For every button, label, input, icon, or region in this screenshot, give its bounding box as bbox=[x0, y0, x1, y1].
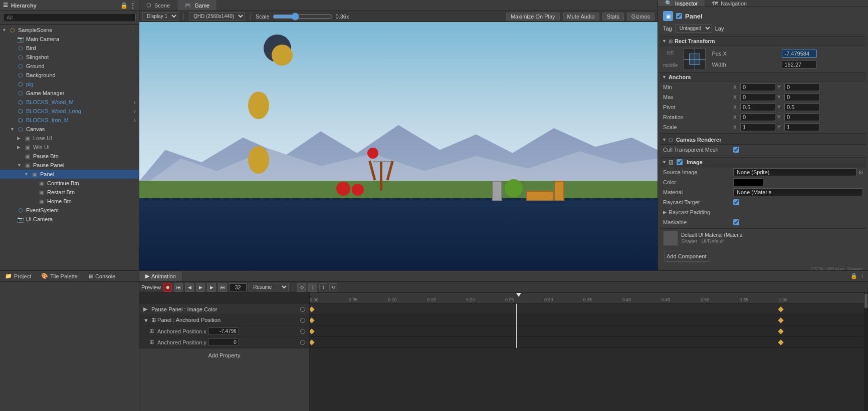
resolution-select[interactable]: QHD (2560x1440) bbox=[189, 12, 245, 21]
hierarchy-item-background[interactable]: ⬡ Background bbox=[0, 71, 139, 80]
scrollbar-thumb[interactable] bbox=[864, 293, 867, 308]
hierarchy-item-lose-ui[interactable]: ▶ ▣ Lose UI bbox=[0, 134, 139, 143]
animation-tab[interactable]: ▶ Animation bbox=[139, 271, 182, 281]
add-keyframe-button[interactable]: ◇ bbox=[297, 283, 306, 292]
hierarchy-item-pause-btn[interactable]: ▣ Pause Btn bbox=[0, 152, 139, 161]
image-active-checkbox[interactable] bbox=[677, 159, 683, 165]
pivot-x-input[interactable] bbox=[740, 103, 775, 111]
prev-frame-button[interactable]: ◀ bbox=[185, 283, 194, 292]
canvas-renderer-section[interactable]: ▼ ⬡ Canvas Renderer bbox=[660, 135, 866, 145]
wrap-mode-button[interactable]: ⟲ bbox=[329, 283, 337, 291]
scene-tab-game[interactable]: 🎮 Game bbox=[177, 0, 217, 11]
hierarchy-item-blocks-wood-m[interactable]: ⬡ BLOCKS_Wood_M › bbox=[0, 98, 139, 107]
pos-x-input[interactable] bbox=[782, 50, 817, 58]
hierarchy-item-eventsystem[interactable]: ⬡ EventSystem bbox=[0, 206, 139, 215]
time-mark-035: 0:35 bbox=[583, 297, 592, 302]
layer-label: Lay bbox=[715, 26, 724, 32]
keyframe-row-3 bbox=[310, 326, 868, 337]
track-pause-panel[interactable]: ▶ Pause Panel : Image.Color bbox=[139, 304, 309, 315]
scale-y-input[interactable] bbox=[784, 123, 819, 131]
track-panel-anchored[interactable]: ▼ ⊞ Panel : Anchored Position bbox=[139, 315, 309, 326]
image-section[interactable]: ▼ 🖼 Image bbox=[660, 157, 866, 167]
width-input[interactable] bbox=[782, 61, 817, 69]
track-anchored-x[interactable]: ⊞ Anchored Position.x bbox=[139, 326, 309, 337]
prev-keyframe-button[interactable]: ⏮ bbox=[174, 283, 183, 292]
pivot-y-input[interactable] bbox=[784, 103, 819, 111]
hierarchy-item-blocks-iron-m[interactable]: ⬡ BLOCKS_Iron_M › bbox=[0, 116, 139, 125]
prefab-icon: ⬡ bbox=[17, 81, 24, 88]
component-active-checkbox[interactable] bbox=[676, 13, 682, 19]
bottom-tab-project[interactable]: 📁 Project bbox=[0, 271, 36, 281]
hierarchy-item-pig[interactable]: ⬡ pig bbox=[0, 80, 139, 89]
h-label: Main Camera bbox=[26, 36, 59, 42]
track-value-x[interactable] bbox=[208, 327, 239, 335]
maskable-checkbox[interactable] bbox=[733, 219, 739, 225]
bottom-tab-tile-palette[interactable]: 🎨 Tile Palette bbox=[36, 271, 83, 281]
cull-checkbox[interactable] bbox=[733, 147, 739, 153]
add-component-button[interactable]: Add Component bbox=[664, 251, 709, 262]
hierarchy-item-samplescene[interactable]: ▼ ⬡ SampleScene ⋮ bbox=[0, 26, 139, 35]
raycast-checkbox[interactable] bbox=[733, 199, 739, 205]
clip-select[interactable]: Resume bbox=[249, 283, 289, 291]
scene-tab-scene[interactable]: ⬡ Scene bbox=[139, 0, 177, 11]
track-value-y[interactable] bbox=[208, 338, 239, 346]
rotation-x-input[interactable] bbox=[740, 113, 775, 121]
hierarchy-item-pause-panel[interactable]: ▼ ▣ Pause Panel bbox=[0, 161, 139, 170]
anchor-box[interactable] bbox=[684, 48, 706, 70]
hierarchy-item-win-ui[interactable]: ▶ ▣ Win UI bbox=[0, 143, 139, 152]
add-event-button[interactable]: | bbox=[308, 283, 317, 292]
animation-panel: ▶ Animation 🔒 ⋮ Preview ⏺ ⏮ ◀ ▶ ▶ ⏭ bbox=[139, 271, 868, 411]
min-y-input[interactable] bbox=[784, 83, 819, 91]
track-anchored-y[interactable]: ⊞ Anchored Position.y bbox=[139, 337, 309, 348]
timeline-scrollbar[interactable] bbox=[864, 293, 868, 411]
next-frame-button[interactable]: ▶ bbox=[207, 283, 216, 292]
hierarchy-item-canvas[interactable]: ▼ ⬡ Canvas bbox=[0, 125, 139, 134]
h-label: Game Manager bbox=[26, 90, 64, 96]
record-button[interactable]: ⏺ bbox=[163, 283, 172, 292]
tag-select[interactable]: Untagged bbox=[675, 24, 712, 33]
pos-x-row: Pos X bbox=[712, 49, 863, 59]
expand-arrow: ▶ bbox=[17, 136, 24, 141]
bottom-tab-console[interactable]: 🖥 Console bbox=[83, 271, 120, 281]
stats-button[interactable]: Stats bbox=[602, 13, 624, 21]
add-property-button[interactable]: Add Property bbox=[139, 348, 309, 362]
section-arrow-icon: ▼ bbox=[662, 75, 667, 80]
hierarchy-item-bird[interactable]: ⬡ Bird bbox=[0, 44, 139, 53]
stone-block-left bbox=[492, 181, 502, 201]
tag-row: Tag Untagged Lay bbox=[660, 23, 866, 34]
gizmos-button[interactable]: Gizmos bbox=[627, 13, 655, 21]
hierarchy-item-blocks-wood-long[interactable]: ⬡ BLOCKS_Wood_Long › bbox=[0, 107, 139, 116]
hierarchy-item-game-manager[interactable]: ⬡ Game Manager bbox=[0, 89, 139, 98]
play-button[interactable]: ▶ bbox=[196, 283, 205, 292]
hierarchy-item-home-btn[interactable]: ▣ Home Btn bbox=[0, 197, 139, 206]
source-image-picker-icon[interactable]: ⊙ bbox=[858, 169, 863, 176]
scene-dirt bbox=[139, 201, 658, 270]
color-swatch[interactable] bbox=[733, 178, 763, 186]
max-x-input[interactable] bbox=[740, 93, 775, 101]
dots-icon[interactable]: ⋮ bbox=[130, 27, 139, 34]
inspector-tab-inspector[interactable]: 🔍 Inspector bbox=[658, 0, 705, 7]
display-select[interactable]: Display 1 bbox=[142, 12, 178, 21]
mute-audio-button[interactable]: Mute Audio bbox=[563, 13, 599, 21]
frame-input[interactable] bbox=[229, 283, 247, 291]
inspector-tab-navigation[interactable]: 🗺 Navigation bbox=[705, 0, 754, 7]
curves-button[interactable]: ⌇ bbox=[319, 283, 327, 291]
maximize-on-play-button[interactable]: Maximize On Play bbox=[506, 13, 560, 21]
rotation-y-input[interactable] bbox=[784, 113, 819, 121]
hierarchy-item-panel[interactable]: ▼ ▣ Panel bbox=[0, 170, 139, 179]
hierarchy-item-restart-btn[interactable]: ▣ Restart Btn bbox=[0, 188, 139, 197]
next-keyframe-button[interactable]: ⏭ bbox=[218, 283, 227, 292]
hierarchy-search-input[interactable] bbox=[3, 13, 136, 22]
rect-transform-section[interactable]: ▼ ⊞ Rect Transform bbox=[660, 36, 866, 46]
hierarchy-item-main-camera[interactable]: 📷 Main Camera bbox=[0, 35, 139, 44]
hierarchy-item-continue-btn[interactable]: ▣ Continue Btn bbox=[0, 179, 139, 188]
divider bbox=[660, 35, 866, 35]
hierarchy-item-ground[interactable]: ⬡ Ground bbox=[0, 62, 139, 71]
scale-slider[interactable] bbox=[273, 13, 333, 21]
max-y-input[interactable] bbox=[784, 93, 819, 101]
scale-x-input[interactable] bbox=[740, 123, 775, 131]
hierarchy-item-ui-camera[interactable]: 📷 UI Camera bbox=[0, 215, 139, 224]
anchors-section[interactable]: ▼ Anchors bbox=[660, 72, 866, 82]
min-x-input[interactable] bbox=[740, 83, 775, 91]
hierarchy-item-slingshot[interactable]: ⬡ Slingshot bbox=[0, 53, 139, 62]
